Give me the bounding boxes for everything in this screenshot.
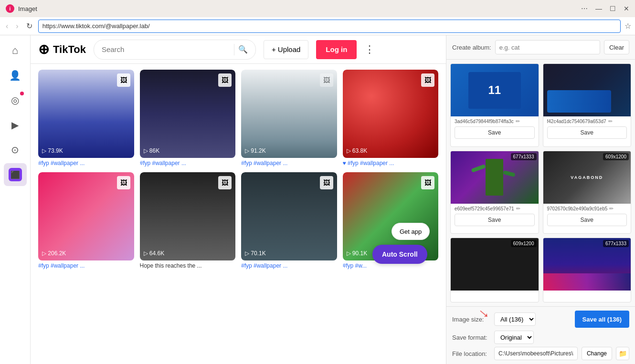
video-thumbnail: 🖼 ▷ 64.6K <box>140 172 236 260</box>
video-caption: #fyp #wallpaper ... <box>38 262 134 269</box>
save-all-button[interactable]: Save all (136) <box>575 311 629 328</box>
save-image-button[interactable]: Save <box>455 214 535 226</box>
change-folder-button[interactable]: Change <box>582 347 612 360</box>
reload-btn[interactable]: ↻ <box>24 20 34 32</box>
save-image-button[interactable]: Save <box>547 126 627 139</box>
video-card[interactable]: 🖼 ▷ 86K #fyp #wallpaper ... <box>140 70 236 166</box>
video-thumbnail: 🖼 ▷ 70.1K <box>241 172 337 260</box>
video-card[interactable]: 🖼 ▷ 206.2K #fyp #wallpaper ... <box>38 172 134 269</box>
play-count: ▷ 63.8K <box>347 147 368 154</box>
video-caption: #fyp #wallpaper ... <box>241 262 337 269</box>
sidebar-item-home[interactable]: ⌂ <box>4 39 27 62</box>
sidebar-item-explore[interactable]: ◎ <box>4 89 27 112</box>
panel-image-card: 609x1200 <box>450 238 539 302</box>
image-icon: 🖼 <box>117 73 130 87</box>
video-card[interactable]: 🖼 ▷ 64.6K Hope this reaches the ... <box>140 172 236 269</box>
image-icon: 🖼 <box>320 73 333 87</box>
open-folder-button[interactable]: 📁 <box>616 347 629 360</box>
live-icon: ▶ <box>11 119 19 131</box>
video-card[interactable]: 🖼 ▷ 91.2K #fyp #wallpaper ... <box>241 70 337 166</box>
app-logo: i <box>6 4 14 13</box>
video-caption: Hope this reaches the ... <box>140 262 236 269</box>
panel-image-card: 677x1333 e609eef5729c45e99657e71 ✏ Save <box>450 151 539 234</box>
save-image-button[interactable]: Save <box>455 126 535 139</box>
image-icon: 🖼 <box>218 176 232 189</box>
clear-button[interactable]: Clear <box>604 40 629 54</box>
edit-icon[interactable]: ✏ <box>608 118 613 125</box>
play-count: ▷ 64.6K <box>144 250 165 257</box>
panel-image-card: 11 3ad46c5d79844f9b874ffa3c ✏ Save <box>450 63 539 147</box>
tiktok-logo-icon: ⊕ <box>38 42 49 57</box>
home-icon: ⌂ <box>12 44 18 57</box>
minimize-btn[interactable]: — <box>595 5 602 12</box>
forward-btn[interactable]: › <box>14 20 20 32</box>
bookmark-btn[interactable]: ☆ <box>624 21 631 31</box>
image-id: f42c4ad1dc7540679a653d7 ✏ <box>547 118 627 125</box>
image-icon: 🖼 <box>421 176 434 189</box>
search-icon: 🔍 <box>238 45 248 54</box>
auto-scroll-button[interactable]: Auto Scroll <box>372 245 427 264</box>
video-thumbnail: 🖼 ▷ 63.8K <box>343 70 439 158</box>
video-caption: ♥ #fyp #wallpaper ... <box>343 160 439 166</box>
edit-icon[interactable]: ✏ <box>516 118 520 125</box>
image-size-select[interactable]: All (136) <box>494 312 536 326</box>
image-icon: 🖼 <box>320 176 333 189</box>
image-size-badge: 609x1200 <box>511 240 537 247</box>
video-grid: 🖼 ▷ 73.9K #fyp #wallpaper ... 🖼 ▷ 86K #f… <box>31 64 446 364</box>
save-format-select[interactable]: Original <box>494 331 534 344</box>
panel-image-card: 677x1333 <box>543 238 632 302</box>
image-id: 3ad46c5d79844f9b874ffa3c ✏ <box>455 118 535 125</box>
video-card[interactable]: 🖼 ▷ 70.1K #fyp #wallpaper ... <box>241 172 337 269</box>
explore-badge <box>20 92 24 95</box>
panel-image-card: 609x1200 VAGABOND 9702670c9b2e490a9c91eb… <box>543 151 632 234</box>
file-path-input[interactable] <box>494 347 578 360</box>
video-caption: #fyp #wallpaper ... <box>38 160 134 166</box>
more-options-button[interactable]: ⋮ <box>364 43 375 56</box>
album-name-input[interactable] <box>495 40 600 54</box>
menu-btn[interactable]: ⋯ <box>581 5 588 12</box>
video-thumbnail: 🖼 ▷ 73.9K <box>38 70 134 158</box>
tiktok-area: ⊕ TikTok 🔍 + Upload Log in ⋮ 🖼 ▷ 73.9K #… <box>31 35 446 364</box>
panel-image-thumbnail: 609x1200 <box>451 238 539 291</box>
edit-icon[interactable]: ✏ <box>609 206 614 212</box>
file-location-row: File location: Change 📁 <box>452 347 629 360</box>
edit-icon[interactable]: ✏ <box>516 206 520 212</box>
sidebar-item-following[interactable]: 👤 <box>4 64 27 87</box>
search-input[interactable] <box>102 45 230 53</box>
back-btn[interactable]: ‹ <box>4 20 10 32</box>
image-icon: 🖼 <box>421 73 434 87</box>
search-bar: 🔍 <box>94 40 256 60</box>
login-button[interactable]: Log in <box>316 40 357 59</box>
panel-image-thumbnail: 677x1333 <box>543 238 631 291</box>
tiktok-logo-text: TikTok <box>53 43 86 56</box>
panel-card-footer: e609eef5729c45e99657e71 ✏ Save <box>451 204 539 229</box>
saved-icon: ⬛ <box>9 168 22 181</box>
app-title: Imaget <box>18 5 37 12</box>
panel-image-thumbnail: 609x1200 VAGABOND <box>543 151 631 204</box>
panel-image-thumbnail: 677x1333 <box>451 151 539 204</box>
close-btn[interactable]: ✕ <box>624 5 629 12</box>
sidebar: ⌂ 👤 ◎ ▶ ⊙ ⬛ <box>0 35 31 364</box>
get-app-button[interactable]: Get app <box>392 223 430 240</box>
video-card[interactable]: 🖼 ▷ 73.9K #fyp #wallpaper ... <box>38 70 134 166</box>
video-caption: #fyp #wallpaper ... <box>241 160 337 166</box>
video-card[interactable]: 🖼 ▷ 63.8K ♥ #fyp #wallpaper ... <box>343 70 439 166</box>
profile-icon: ⊙ <box>11 144 19 156</box>
search-divider <box>234 44 234 55</box>
sidebar-item-profile[interactable]: ⊙ <box>4 138 27 161</box>
save-format-row: Save format: Original <box>452 331 629 344</box>
window-controls: ⋯ — ☐ ✕ <box>581 5 629 12</box>
url-input[interactable] <box>38 20 621 33</box>
image-size-badge: 677x1333 <box>603 240 629 247</box>
upload-button[interactable]: + Upload <box>264 40 308 59</box>
following-icon: 👤 <box>9 70 21 81</box>
panel-card-footer <box>451 291 539 297</box>
save-image-button[interactable]: Save <box>547 214 627 226</box>
image-id: e609eef5729c45e99657e71 ✏ <box>455 206 535 212</box>
sidebar-item-live[interactable]: ▶ <box>4 114 27 136</box>
maximize-btn[interactable]: ☐ <box>610 5 616 12</box>
panel-header: Create album: Clear <box>446 35 635 60</box>
panel-card-footer: 3ad46c5d79844f9b874ffa3c ✏ Save <box>451 116 539 142</box>
sidebar-item-saved[interactable]: ⬛ <box>4 163 27 186</box>
image-size-badge: 609x1200 <box>603 153 629 160</box>
